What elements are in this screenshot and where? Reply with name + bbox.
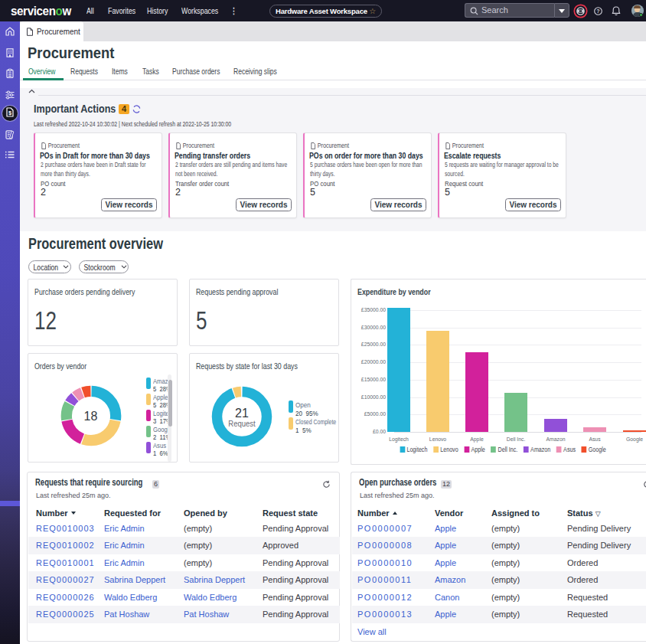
- svg-text:?: ?: [596, 8, 599, 14]
- svg-text:$: $: [8, 110, 12, 116]
